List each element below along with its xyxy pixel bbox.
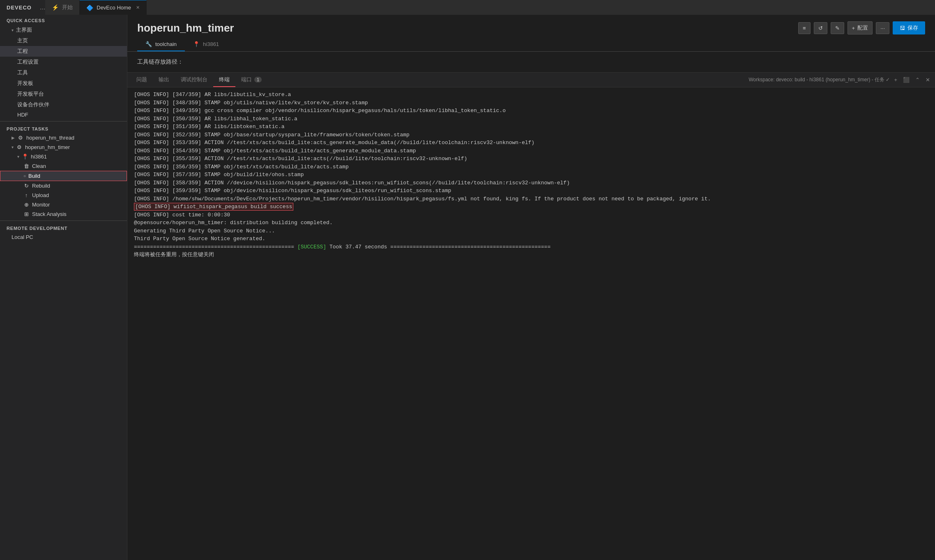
terminal-line: [OHOS INFO] [351/359] AR libs/libtoken_s… — [134, 123, 928, 131]
sidebar-stack-label: Stack Analysis — [32, 211, 67, 217]
tab-toolchain[interactable]: 🔧 toolchain — [137, 38, 185, 51]
terminal-tab-label: 终端 — [219, 76, 230, 83]
tab-deveco-home[interactable]: 🔷 DevEco Home ✕ — [80, 0, 147, 15]
sidebar-item-devboard[interactable]: 开发板 — [0, 78, 127, 89]
terminal-line: [OHOS INFO] cost time: 0:00:30 — [134, 211, 928, 219]
add-config-label: 配置 — [857, 24, 868, 32]
sidebar-item-hoperun-hm-thread[interactable]: ▶ ⚙ hoperun_hm_thread — [0, 133, 127, 142]
panel-tab-debug[interactable]: 调试控制台 — [175, 73, 213, 87]
toolchain-path-label: 工具链存放路径： — [137, 58, 183, 65]
bottom-panel: 问题 输出 调试控制台 终端 端口 1 Workspace: deveco: b… — [127, 72, 935, 560]
tab-start[interactable]: ⚡ 开始 — [45, 0, 80, 15]
sidebar-item-build[interactable]: ○ Build — [0, 171, 127, 181]
panel-tab-issues[interactable]: 问题 — [131, 73, 153, 87]
terminal-split-icon[interactable]: ⬛ — [901, 76, 911, 84]
save-button[interactable]: 🖫 保存 — [893, 21, 925, 34]
terminal-line: [OHOS INFO] [350/359] AR libs/libhal_tok… — [134, 115, 928, 123]
sidebar-upload-label: Upload — [32, 192, 49, 198]
sidebar-project-label: 工程 — [17, 48, 28, 55]
main-container: QUICK ACCESS ▾ 主界面 主页 工程 工程设置 工具 开发板 开发板… — [0, 15, 935, 560]
sidebar-item-device-partner[interactable]: 设备合作伙伴 — [0, 99, 127, 110]
terminal-line: [OHOS INFO] [357/359] STAMP obj/build/li… — [134, 171, 928, 179]
sidebar-home-label: 主页 — [17, 37, 28, 44]
terminal-maximize-icon[interactable]: ⌃ — [914, 76, 921, 84]
panel-right-actions: Workspace: deveco: build - hi3861 (hoper… — [748, 76, 932, 84]
title-bar: DEVECO ... ⚡ 开始 🔷 DevEco Home ✕ — [0, 0, 935, 15]
sidebar-item-upload[interactable]: ↑ Upload — [0, 190, 127, 200]
quick-access-header: QUICK ACCESS — [0, 15, 127, 25]
terminal-new-icon[interactable]: + — [892, 76, 899, 84]
save-icon: 🖫 — [900, 25, 905, 31]
chevron-down-icon-3: ▾ — [17, 154, 19, 159]
panel-tab-port[interactable]: 端口 1 — [235, 73, 267, 87]
sidebar-item-home[interactable]: 主页 — [0, 35, 127, 46]
sidebar-item-stack-analysis[interactable]: ⊞ Stack Analysis — [0, 209, 127, 219]
sidebar-item-project[interactable]: 工程 — [0, 46, 127, 57]
sidebar-rebuild-label: Rebuild — [32, 183, 50, 189]
rebuild-icon: ↻ — [23, 183, 30, 189]
tab-hi3861[interactable]: 📍 hi3861 — [185, 38, 227, 51]
terminal-line: @opensource/hoperun_hm_timer: distributi… — [134, 219, 928, 227]
terminal-line: [OHOS INFO] [356/359] STAMP obj/test/xts… — [134, 163, 928, 171]
add-config-button[interactable]: + 配置 — [847, 21, 873, 34]
panel-close-icon[interactable]: ✕ — [924, 76, 932, 84]
debug-tab-label: 调试控制台 — [181, 76, 207, 83]
terminal-line: [OHOS INFO] [352/359] STAMP obj/base/sta… — [134, 131, 928, 139]
more-button[interactable]: ··· — [876, 22, 889, 34]
issues-tab-label: 问题 — [136, 76, 147, 83]
success-badge: [SUCCESS] — [297, 244, 326, 250]
plus-icon: + — [852, 25, 855, 31]
panel-tab-terminal[interactable]: 终端 — [213, 73, 235, 87]
brand-menu[interactable]: ... — [40, 4, 45, 11]
terminal-output[interactable]: [OHOS INFO] [347/359] AR libs/libutils_k… — [127, 87, 935, 560]
content-area: hoperun_hm_timer ≡ ↺ ✎ + 配置 ··· 🖫 保存 🔧 — [127, 15, 935, 560]
sidebar-item-project-settings[interactable]: 工程设置 — [0, 57, 127, 67]
clean-icon: 🗑 — [23, 163, 30, 169]
terminal-line: [OHOS INFO] [353/359] ACTION //test/xts/… — [134, 139, 928, 147]
sidebar-item-hoperun-hm-timer[interactable]: ▾ ⚙ hoperun_hm_timer — [0, 142, 127, 152]
header-actions: ≡ ↺ ✎ + 配置 ··· 🖫 保存 — [798, 21, 925, 34]
content-header: hoperun_hm_timer ≡ ↺ ✎ + 配置 ··· 🖫 保存 — [127, 15, 935, 38]
hi3861-icon: 📍 — [22, 154, 28, 160]
sidebar-hi3861-label: hi3861 — [31, 154, 47, 160]
sidebar-local-pc-label: Local PC — [12, 234, 33, 240]
sidebar: QUICK ACCESS ▾ 主界面 主页 工程 工程设置 工具 开发板 开发板… — [0, 15, 127, 560]
output-tab-label: 输出 — [159, 76, 169, 83]
project-tasks-header: PROJECT TASKS — [0, 123, 127, 133]
sidebar-item-clean[interactable]: 🗑 Clean — [0, 161, 127, 171]
sidebar-item-rebuild[interactable]: ↻ Rebuild — [0, 181, 127, 190]
sidebar-timer-label: hoperun_hm_timer — [25, 144, 70, 150]
sidebar-item-devboard-platform[interactable]: 开发板平台 — [0, 89, 127, 99]
tab-close-icon[interactable]: ✕ — [136, 5, 140, 10]
sidebar-item-local-pc[interactable]: Local PC — [0, 232, 127, 242]
hi3861-tab-icon: 📍 — [193, 41, 200, 47]
sidebar-item-hdf[interactable]: HDF — [0, 110, 127, 119]
toolchain-content: 工具链存放路径： — [127, 52, 935, 72]
chevron-right-icon: ▶ — [12, 135, 15, 140]
upload-icon: ↑ — [23, 192, 30, 198]
undo-button[interactable]: ↺ — [814, 22, 827, 34]
edit-button[interactable]: ✎ — [831, 22, 844, 34]
editor-tabs: ⚡ 开始 🔷 DevEco Home ✕ — [45, 0, 935, 15]
sidebar-divider — [0, 121, 127, 122]
sidebar-item-monitor[interactable]: ⊕ Monitor — [0, 200, 127, 209]
panel-tab-output[interactable]: 输出 — [153, 73, 175, 87]
sidebar-section-main-ui[interactable]: ▾ 主界面 — [0, 25, 127, 35]
save-label: 保存 — [907, 24, 918, 32]
stack-icon: ⊞ — [23, 211, 30, 217]
terminal-line: Generating Third Party Open Source Notic… — [134, 227, 928, 235]
list-button[interactable]: ≡ — [798, 22, 811, 34]
tab-start-label: 开始 — [62, 4, 73, 11]
sidebar-devboard-label: 开发板 — [17, 80, 33, 87]
monitor-icon: ⊕ — [23, 202, 30, 208]
panel-tabs: 问题 输出 调试控制台 终端 端口 1 Workspace: deveco: b… — [127, 73, 935, 87]
port-badge: 1 — [254, 77, 262, 83]
sidebar-item-tools[interactable]: 工具 — [0, 67, 127, 78]
toolchain-tab-icon: 🔧 — [145, 41, 152, 47]
terminal-line: [OHOS INFO] [349/359] gcc cross compiler… — [134, 107, 928, 115]
chevron-down-icon-2: ▾ — [12, 145, 14, 149]
sidebar-item-hi3861[interactable]: ▾ 📍 hi3861 — [0, 152, 127, 161]
remote-dev-header: REMOTE DEVELOPMENT — [0, 223, 127, 232]
deveco-home-tab-icon: 🔷 — [86, 5, 93, 11]
terminal-line: Third Party Open Source Notice generated… — [134, 235, 928, 243]
